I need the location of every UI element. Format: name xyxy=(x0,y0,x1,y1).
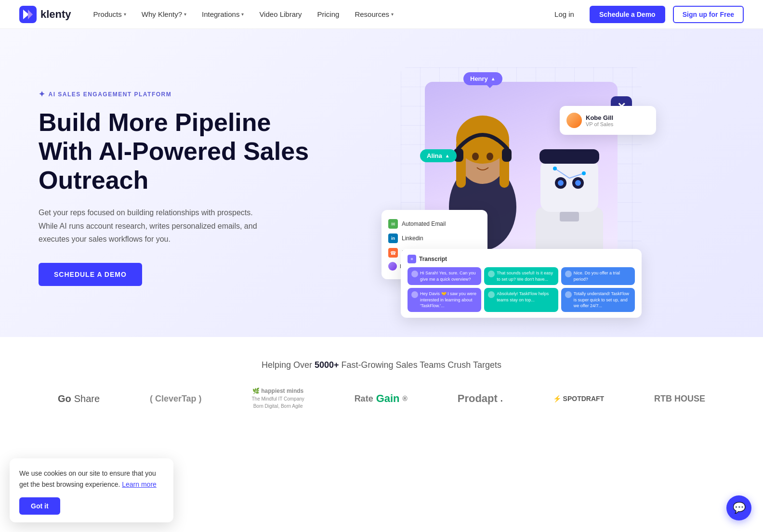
bubble-alina: Alina ▲ xyxy=(420,149,457,162)
resources-chevron-icon: ▾ xyxy=(391,12,394,17)
msg-text-6: Totally understand! TaskFlow is super qu… xyxy=(574,291,631,309)
msg-text-3: Nice. Do you offer a trial period? xyxy=(574,270,631,282)
hero-description: Get your reps focused on building relati… xyxy=(39,206,270,246)
hero-title: Build More Pipeline With AI-Powered Sale… xyxy=(39,108,318,195)
linkedin-icon: in xyxy=(388,234,398,243)
brand-name: klenty xyxy=(40,8,71,21)
nav-actions: Log in Schedule a Demo Sign up for Free xyxy=(547,6,744,23)
trust-count: 5000+ xyxy=(315,360,339,370)
svg-point-16 xyxy=(553,167,557,170)
henry-label: Henry xyxy=(470,75,488,82)
msg-3: Nice. Do you offer a trial period? xyxy=(561,267,635,285)
workflow-row-email: ✉ Automated Email xyxy=(388,217,481,231)
msg-1: Hi Sarah! Yes, sure. Can you give me a q… xyxy=(408,267,481,285)
svg-point-21 xyxy=(575,180,581,186)
mini-avatar xyxy=(388,262,397,271)
msg-text-5: Absolutely! TaskFlow helps teams stay on… xyxy=(497,291,554,303)
hero-illustration: Henry ▲ Alina ▲ ✕ ✉ Automated Email in L… xyxy=(401,67,642,308)
trust-post: Fast-Growing Sales Teams Crush Targets xyxy=(339,360,501,370)
logo[interactable]: klenty xyxy=(19,6,71,23)
kobe-avatar xyxy=(566,113,582,128)
products-chevron-icon: ▾ xyxy=(124,12,126,17)
hero-section: ✦ AI Sales Engagement Platform Build Mor… xyxy=(0,29,763,337)
transcript-messages: Hi Sarah! Yes, sure. Can you give me a q… xyxy=(408,267,635,285)
nav-why-klenty[interactable]: Why Klenty? ▾ xyxy=(135,6,193,22)
badge-text: AI Sales Engagement Platform xyxy=(49,91,172,98)
kobe-title: VP of Sales xyxy=(586,121,613,127)
nav-video-library[interactable]: Video Library xyxy=(252,6,308,22)
msg-text-4: Hey Davis 🤝 I saw you were interested in… xyxy=(420,291,477,309)
msg-avatar-1 xyxy=(411,271,418,277)
nav-links: Products ▾ Why Klenty? ▾ Integrations ▾ … xyxy=(87,6,547,22)
msg-text-1: Hi Sarah! Yes, sure. Can you give me a q… xyxy=(420,270,477,282)
alina-label: Alina xyxy=(427,152,442,159)
svg-rect-22 xyxy=(539,149,599,164)
msg-avatar-5 xyxy=(488,291,495,298)
logos-row: GoShare ( CleverTap ) 🌿 happiest mindsTh… xyxy=(39,388,724,410)
msg-avatar-3 xyxy=(565,271,572,277)
navbar: klenty Products ▾ Why Klenty? ▾ Integrat… xyxy=(0,0,763,29)
trust-section: Helping Over 5000+ Fast-Growing Sales Te… xyxy=(0,337,763,429)
nav-products[interactable]: Products ▾ xyxy=(87,6,133,22)
dialer-icon: ☎ xyxy=(388,248,398,258)
linkedin-label: Linkedin xyxy=(402,235,423,242)
logo-clevertap: ( CleverTap ) xyxy=(150,394,202,404)
nav-pricing[interactable]: Pricing xyxy=(311,6,346,22)
msg-avatar-6 xyxy=(565,291,572,298)
svg-rect-9 xyxy=(502,148,512,162)
transcript-bottom-row: Hey Davis 🤝 I saw you were interested in… xyxy=(408,288,635,312)
hero-left: ✦ AI Sales Engagement Platform Build Mor… xyxy=(39,90,318,286)
bubble-henry: Henry ▲ xyxy=(463,72,502,85)
msg-avatar-2 xyxy=(488,271,495,277)
logo-goshare: GoShare xyxy=(58,393,100,404)
logo-spotdraft: ⚡ SPOTDRAFT xyxy=(553,395,604,402)
kobe-name: Kobe Gill xyxy=(586,114,613,121)
logo-icon xyxy=(19,6,37,23)
login-button[interactable]: Log in xyxy=(547,6,582,22)
email-icon: ✉ xyxy=(388,219,398,229)
kobe-header: Kobe Gill VP of Sales xyxy=(566,113,649,128)
logo-prodapt: Prodapt. xyxy=(458,392,503,405)
badge-icon: ✦ xyxy=(39,90,46,99)
msg-5: Absolutely! TaskFlow helps teams stay on… xyxy=(484,288,558,312)
svg-point-17 xyxy=(582,171,586,175)
logo-rategain: RateGain® xyxy=(355,392,408,405)
henry-triangle: ▲ xyxy=(491,76,496,81)
svg-point-10 xyxy=(472,153,479,160)
hero-cta-button[interactable]: SCHEDULE A DEMO xyxy=(39,263,142,286)
signup-button[interactable]: Sign up for Free xyxy=(673,6,744,23)
hero-badge: ✦ AI Sales Engagement Platform xyxy=(39,90,318,99)
svg-point-20 xyxy=(558,180,564,186)
email-label: Automated Email xyxy=(402,221,446,227)
nav-resources[interactable]: Resources ▾ xyxy=(348,6,400,22)
schedule-demo-button[interactable]: Schedule a Demo xyxy=(590,6,665,23)
nav-integrations[interactable]: Integrations ▾ xyxy=(195,6,250,22)
trust-title: Helping Over 5000+ Fast-Growing Sales Te… xyxy=(39,360,724,370)
logo-happiest-minds: 🌿 happiest mindsThe Mindful IT CompanyBo… xyxy=(251,388,304,410)
alina-triangle: ▲ xyxy=(445,153,450,158)
transcript-label: Transcript xyxy=(419,256,447,262)
logo-rtbhouse: RTB HOUSE xyxy=(654,394,705,404)
transcript-header: ≡ Transcript xyxy=(408,255,635,263)
workflow-row-linkedin: in Linkedin xyxy=(388,231,481,246)
msg-2: That sounds useful! Is it easy to set up… xyxy=(484,267,558,285)
integrations-chevron-icon: ▾ xyxy=(241,12,244,17)
transcript-card: ≡ Transcript Hi Sarah! Yes, sure. Can yo… xyxy=(401,249,642,318)
svg-rect-13 xyxy=(540,159,598,212)
svg-point-11 xyxy=(487,153,493,160)
svg-rect-23 xyxy=(560,212,579,221)
msg-6: Totally understand! TaskFlow is super qu… xyxy=(561,288,635,312)
msg-avatar-4 xyxy=(411,291,418,298)
why-klenty-chevron-icon: ▾ xyxy=(184,12,186,17)
trust-pre: Helping Over xyxy=(262,360,315,370)
kobe-card: Kobe Gill VP of Sales xyxy=(560,106,656,135)
transcript-icon: ≡ xyxy=(408,255,416,263)
msg-text-2: That sounds useful! Is it easy to set up… xyxy=(497,270,554,282)
msg-4: Hey Davis 🤝 I saw you were interested in… xyxy=(408,288,481,312)
hero-right: Henry ▲ Alina ▲ ✕ ✉ Automated Email in L… xyxy=(318,58,724,318)
